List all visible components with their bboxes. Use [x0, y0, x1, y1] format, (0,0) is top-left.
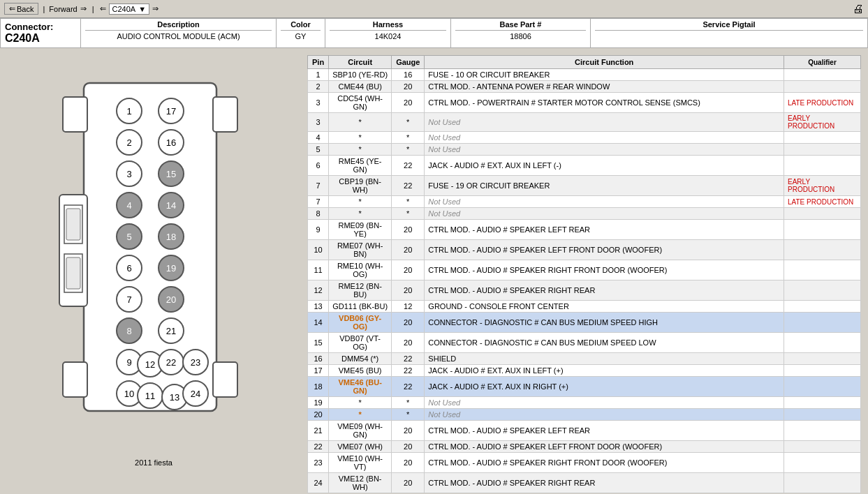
service-pigtail-label: Service Pigtail: [595, 20, 863, 31]
svg-text:4: 4: [126, 200, 131, 211]
cell-function: CTRL MOD. - ANTENNA POWER # REAR WINDOW: [425, 81, 784, 93]
cell-gauge: 12: [392, 301, 425, 313]
base-part-value: 18806: [455, 32, 586, 40]
cell-gauge: 22: [392, 156, 425, 176]
cell-pin: 10: [308, 240, 329, 260]
cell-qualifier: [784, 132, 861, 144]
cell-qualifier: [784, 240, 861, 260]
cell-gauge: *: [392, 132, 425, 144]
cell-qualifier: LATE PRODUCTION: [784, 93, 861, 113]
connector-header: Connector: C240A Description AUDIO CONTR…: [0, 18, 868, 48]
cell-circuit: RME12 (BN-BU): [329, 280, 392, 301]
cell-pin: 22: [308, 441, 329, 453]
cell-circuit: RME45 (YE-GN): [329, 156, 392, 176]
table-row: 1 SBP10 (YE-RD) 16 FUSE - 10 OR CIRCUIT …: [308, 69, 861, 81]
col-header-function: Circuit Function: [425, 56, 784, 69]
svg-text:1: 1: [126, 106, 131, 117]
cell-circuit: VME45 (BU): [329, 365, 392, 377]
svg-text:3: 3: [126, 169, 131, 179]
cell-gauge: *: [392, 409, 425, 421]
cell-circuit: *: [329, 196, 392, 208]
cell-function: Not Used: [425, 397, 784, 409]
cell-function: CTRL MOD. - AUDIO # SPEAKER RIGHT REAR: [425, 473, 784, 493]
table-row: 4 * * Not Used: [308, 132, 861, 144]
svg-text:24: 24: [191, 389, 200, 399]
cell-circuit: VDB07 (VT-OG): [329, 333, 392, 353]
svg-text:13: 13: [170, 392, 179, 403]
toolbar-divider: |: [43, 5, 45, 13]
svg-text:5: 5: [126, 232, 131, 242]
cell-gauge: 20: [392, 220, 425, 240]
table-row: 11 RME10 (WH-OG) 20 CTRL MOD. - AUDIO # …: [308, 260, 861, 280]
table-row: 14 VDB06 (GY-OG) 20 CONNECTOR - DIAGNOST…: [308, 313, 861, 333]
connector-id: C240A: [5, 32, 76, 45]
cell-qualifier: EARLY PRODUCTION: [784, 176, 861, 196]
cell-gauge: 20: [392, 473, 425, 493]
nav-arrow-left-icon: ⇐: [100, 4, 106, 13]
cell-circuit: VDB06 (GY-OG): [329, 313, 392, 333]
table-row: 17 VME45 (BU) 22 JACK - AUDIO # EXT. AUX…: [308, 365, 861, 377]
cell-circuit: RME10 (WH-OG): [329, 260, 392, 280]
cell-pin: 20: [308, 409, 329, 421]
cell-circuit: VME12 (BN-WH): [329, 473, 392, 493]
harness-value: 14K024: [330, 32, 446, 40]
svg-text:9: 9: [126, 357, 131, 368]
cell-gauge: *: [392, 397, 425, 409]
toolbar-left: ⇐ Back | Forward ⇒ | ⇐ C240A ▼ ⇒: [4, 3, 159, 15]
table-row: 3 * * Not Used EARLY PRODUCTION: [308, 113, 861, 132]
table-row: 7 CBP19 (BN-WH) 22 FUSE - 19 OR CIRCUIT …: [308, 176, 861, 196]
cell-pin: 15: [308, 333, 329, 353]
table-row: 8 * * Not Used: [308, 208, 861, 220]
color-label: Color: [281, 20, 321, 31]
back-label: Back: [17, 5, 34, 13]
cell-function: CTRL MOD. - AUDIO # SPEAKER RIGHT REAR: [425, 280, 784, 301]
cell-function: CTRL MOD. - AUDIO # SPEAKER RIGHT FRONT …: [425, 453, 784, 473]
svg-text:15: 15: [166, 169, 176, 179]
cell-gauge: 20: [392, 333, 425, 353]
cell-pin: 18: [308, 377, 329, 397]
connector-title: Connector:: [5, 22, 76, 32]
cell-gauge: 20: [392, 280, 425, 301]
cell-gauge: *: [392, 113, 425, 132]
cell-function: Not Used: [425, 196, 784, 208]
cell-pin: 7: [308, 176, 329, 196]
cell-function: JACK - AUDIO # EXT. AUX IN RIGHT (+): [425, 377, 784, 397]
back-button[interactable]: ⇐ Back: [4, 3, 38, 15]
cell-circuit: *: [329, 397, 392, 409]
cell-function: JACK - AUDIO # EXT. AUX IN LEFT (-): [425, 156, 784, 176]
svg-rect-2: [63, 362, 87, 397]
col-header-circuit: Circuit: [329, 56, 392, 69]
color-cell: Color GY: [277, 19, 325, 47]
cell-circuit: *: [329, 208, 392, 220]
cell-function: SHIELD: [425, 353, 784, 365]
svg-rect-3: [213, 97, 237, 132]
cell-circuit: *: [329, 144, 392, 156]
table-row: 5 * * Not Used: [308, 144, 861, 156]
cell-function: CTRL MOD. - POWERTRAIN # STARTER MOTOR C…: [425, 93, 784, 113]
main-content: 1 2 3 4 5 6 7: [0, 48, 868, 494]
cell-gauge: 22: [392, 176, 425, 196]
harness-cell: Harness 14K024: [325, 19, 451, 47]
table-row: 6 RME45 (YE-GN) 22 JACK - AUDIO # EXT. A…: [308, 156, 861, 176]
cell-qualifier: LATE PRODUCTION: [784, 196, 861, 208]
cell-qualifier: [784, 280, 861, 301]
svg-text:11: 11: [145, 391, 155, 401]
col-header-pin: Pin: [308, 56, 329, 69]
cell-function: CONNECTOR - DIAGNOSTIC # CAN BUS MEDIUM …: [425, 313, 784, 333]
cell-qualifier: [784, 260, 861, 280]
cell-gauge: 20: [392, 81, 425, 93]
cell-qualifier: [784, 81, 861, 93]
cell-qualifier: [784, 313, 861, 333]
description-cell: Description AUDIO CONTROL MODULE (ACM): [81, 19, 277, 47]
cell-function: GROUND - CONSOLE FRONT CENTER: [425, 301, 784, 313]
cell-pin: 1: [308, 69, 329, 81]
cell-function: FUSE - 10 OR CIRCUIT BREAKER: [425, 69, 784, 81]
connector-diagram: 1 2 3 4 5 6 7: [21, 62, 286, 453]
cell-gauge: 16: [392, 69, 425, 81]
table-row: 15 VDB07 (VT-OG) 20 CONNECTOR - DIAGNOST…: [308, 333, 861, 353]
connector-dropdown[interactable]: C240A ▼: [109, 3, 150, 15]
print-icon[interactable]: 🖨: [853, 3, 864, 15]
cell-gauge: 20: [392, 260, 425, 280]
cell-pin: 19: [308, 397, 329, 409]
cell-qualifier: [784, 208, 861, 220]
